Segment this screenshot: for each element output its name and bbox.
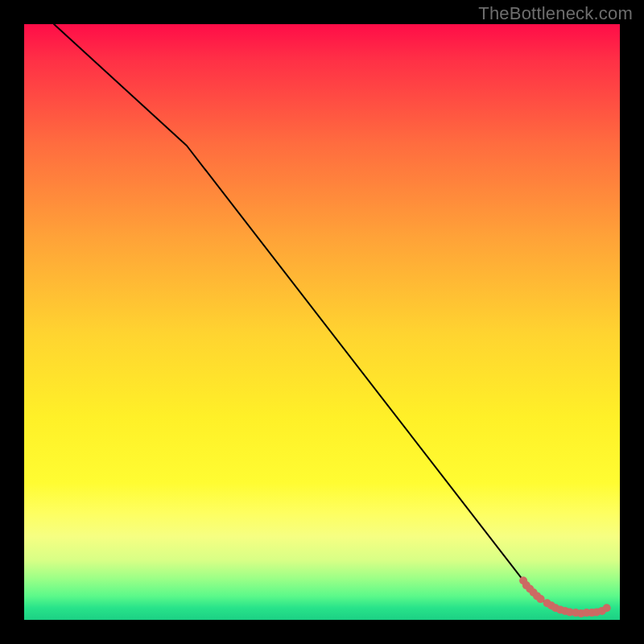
watermark-text: TheBottleneck.com — [478, 3, 633, 24]
chart-overlay — [24, 24, 620, 620]
data-point — [603, 604, 611, 612]
plot-area — [24, 24, 620, 620]
chart-frame: TheBottleneck.com — [0, 0, 644, 644]
bottleneck-curve — [54, 24, 605, 613]
marker-cluster — [519, 576, 611, 617]
